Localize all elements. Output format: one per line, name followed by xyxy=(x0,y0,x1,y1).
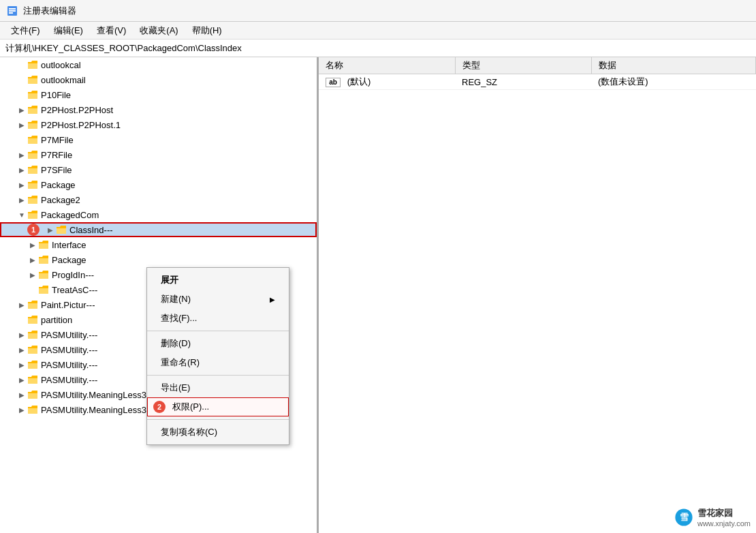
expand-arrow xyxy=(16,119,27,130)
col-header-data[interactable]: 数据 xyxy=(591,57,756,74)
tree-label: Package xyxy=(41,180,76,190)
context-menu-permissions[interactable]: 2 权限(P)... xyxy=(147,397,289,416)
tree-label: PackagedCom xyxy=(41,210,99,220)
tree-item-outlookmail[interactable]: outlookmail xyxy=(0,72,317,87)
context-menu-sep3 xyxy=(147,419,289,420)
col-header-type[interactable]: 类型 xyxy=(455,57,591,74)
table-row[interactable]: ab (默认) REG_SZ (数值未设置) xyxy=(319,74,756,90)
folder-icon xyxy=(38,284,49,295)
tree-label: PASMUtility.--- xyxy=(41,345,97,355)
badge-2: 2 xyxy=(153,401,166,413)
tree-item-p7sfile[interactable]: P7SFile xyxy=(0,162,317,177)
tree-item-outlookcal[interactable]: outlookcal xyxy=(0,57,317,72)
regedit-icon xyxy=(7,5,18,16)
expand-arrow xyxy=(27,239,38,250)
folder-icon xyxy=(27,299,38,310)
tree-item-p7rfile[interactable]: P7RFile xyxy=(0,147,317,162)
expand-arrow xyxy=(16,149,27,160)
menu-view[interactable]: 查看(V) xyxy=(91,23,131,38)
context-menu-new[interactable]: 新建(N) ▶ xyxy=(147,290,289,309)
expand-arrow xyxy=(16,344,27,355)
tree-item-package2[interactable]: Package2 xyxy=(0,192,317,207)
context-menu-rename[interactable]: 重命名(R) xyxy=(147,353,289,372)
watermark-url: www.xnjaty.com xyxy=(697,519,751,528)
cell-data: (数值未设置) xyxy=(591,74,756,90)
expand-arrow xyxy=(27,254,38,265)
tree-label: ProgIdIn--- xyxy=(52,270,94,280)
right-panel: 名称 类型 数据 ab (默认) REG_SZ (数值未设置) xyxy=(319,57,756,533)
tree-label: outlookmail xyxy=(41,75,86,85)
tree-item-interface[interactable]: Interface xyxy=(0,237,317,252)
tree-label: outlookcal xyxy=(41,60,81,70)
tree-label: PASMUtility.MeaningLess3.2 xyxy=(41,405,154,415)
tree-item-p2phost[interactable]: P2PHost.P2PHost xyxy=(0,102,317,117)
expand-arrow xyxy=(16,359,27,370)
expand-arrow-inner xyxy=(45,224,56,235)
ab-icon: ab xyxy=(326,78,341,87)
context-menu-copy[interactable]: 复制项名称(C) xyxy=(147,423,289,442)
expand-arrow xyxy=(16,329,27,340)
context-menu-expand[interactable]: 展开 xyxy=(147,271,289,290)
tree-item-p10file[interactable]: P10File xyxy=(0,87,317,102)
tree-label: P7MFile xyxy=(41,135,74,145)
menu-file[interactable]: 文件(F) xyxy=(5,23,46,38)
cell-type: REG_SZ xyxy=(455,74,591,90)
title-bar: 注册表编辑器 xyxy=(0,0,756,22)
tree-label: PASMUtility.--- xyxy=(41,360,97,370)
folder-icon xyxy=(56,224,67,235)
folder-icon xyxy=(27,194,38,205)
tree-item-package[interactable]: Package xyxy=(0,177,317,192)
expand-arrow xyxy=(16,389,27,400)
menu-help[interactable]: 帮助(H) xyxy=(187,23,227,38)
tree-item-packagedcom[interactable]: PackagedCom xyxy=(0,207,317,222)
context-menu-sep1 xyxy=(147,331,289,331)
folder-icon xyxy=(27,389,38,400)
tree-item-classindex[interactable]: 1 ClassInd--- xyxy=(0,222,317,237)
folder-icon xyxy=(27,209,38,220)
folder-icon xyxy=(27,134,38,145)
expand-arrow xyxy=(16,164,27,175)
tree-label: PASMUtility.--- xyxy=(41,330,97,340)
tree-label: Package xyxy=(52,255,86,265)
svg-text:雪: 雪 xyxy=(679,513,688,522)
tree-item-p7mfile[interactable]: P7MFile xyxy=(0,132,317,147)
menu-favorites[interactable]: 收藏夹(A) xyxy=(134,23,183,38)
expand-arrow xyxy=(16,374,27,385)
expand-arrow xyxy=(16,194,27,205)
tree-label: P2PHost.P2PHost xyxy=(41,105,113,115)
folder-icon xyxy=(27,164,38,175)
folder-icon xyxy=(27,119,38,130)
title-bar-text: 注册表编辑器 xyxy=(23,5,76,17)
svg-rect-2 xyxy=(9,10,16,12)
expand-arrow xyxy=(16,404,27,415)
expand-arrow xyxy=(16,104,27,115)
folder-icon xyxy=(27,329,38,340)
context-menu: 展开 新建(N) ▶ 查找(F)... 删除(D) 重命名(R) 导出(E) 2… xyxy=(146,267,289,445)
cell-name: ab (默认) xyxy=(319,74,455,90)
context-menu-export[interactable]: 导出(E) xyxy=(147,378,289,397)
watermark-text: 雪花家园 xyxy=(697,507,751,519)
tree-item-p2phost1[interactable]: P2PHost.P2PHost.1 xyxy=(0,117,317,132)
address-bar: 计算机\HKEY_CLASSES_ROOT\PackagedCom\ClassI… xyxy=(0,40,756,57)
folder-icon xyxy=(38,254,49,265)
col-header-name[interactable]: 名称 xyxy=(319,57,455,74)
menu-edit[interactable]: 编辑(E) xyxy=(48,23,89,38)
tree-item-package-child[interactable]: Package xyxy=(0,252,317,267)
tree-label: Package2 xyxy=(41,195,80,205)
folder-icon xyxy=(27,179,38,190)
folder-icon xyxy=(27,59,38,70)
svg-rect-1 xyxy=(9,8,16,10)
tree-label: partition xyxy=(41,315,72,325)
expand-arrow xyxy=(27,269,38,280)
tree-label: P10File xyxy=(41,90,71,100)
folder-icon xyxy=(27,314,38,325)
tree-label: ClassInd--- xyxy=(69,225,113,235)
context-menu-find[interactable]: 查找(F)... xyxy=(147,309,289,328)
watermark-logo-icon: 雪 xyxy=(674,508,693,527)
main-content: outlookcal outlookmail P10File P2PHost.P… xyxy=(0,57,756,533)
tree-label: P2PHost.P2PHost.1 xyxy=(41,120,121,130)
tree-label: TreatAsC--- xyxy=(52,285,97,295)
context-menu-delete[interactable]: 删除(D) xyxy=(147,334,289,353)
badge-1: 1 xyxy=(27,224,40,236)
submenu-arrow: ▶ xyxy=(270,296,275,303)
